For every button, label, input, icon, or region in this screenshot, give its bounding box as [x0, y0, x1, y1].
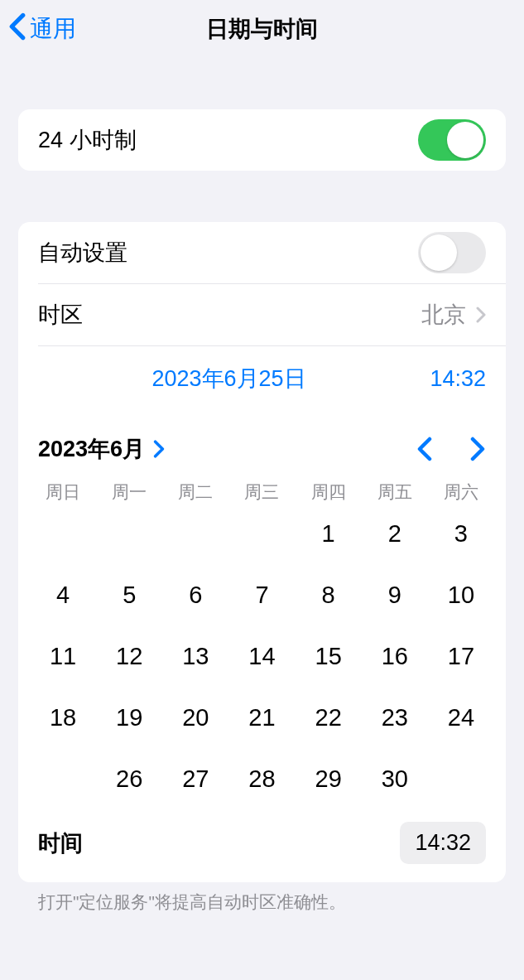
calendar-day[interactable]: 4 [30, 570, 96, 620]
calendar-day[interactable]: 30 [362, 754, 428, 804]
calendar-day[interactable]: 1 [296, 509, 362, 558]
timezone-label: 时区 [38, 300, 83, 330]
calendar-day[interactable]: 23 [362, 693, 428, 742]
timezone-row[interactable]: 时区 北京 [18, 284, 506, 345]
calendar-day[interactable]: 17 [428, 631, 494, 681]
calendar-day[interactable]: 28 [228, 754, 295, 804]
page-title: 日期与时间 [206, 14, 318, 44]
calendar-day[interactable]: 27 [162, 754, 228, 804]
calendar-day[interactable]: 3 [428, 509, 494, 558]
month-picker-button[interactable] [153, 440, 165, 458]
weekday-label: 周日 [30, 480, 96, 504]
weekday-label: 周一 [96, 480, 162, 504]
auto-set-switch[interactable] [418, 232, 486, 273]
calendar-month-title: 2023年6月 [38, 434, 145, 464]
next-month-button[interactable] [469, 437, 486, 461]
weekday-label: 周六 [428, 480, 494, 504]
calendar-day[interactable]: 11 [30, 631, 96, 681]
back-label: 通用 [30, 13, 76, 45]
calendar-day[interactable]: 18 [30, 693, 96, 742]
calendar-day[interactable]: 2 [362, 509, 428, 558]
date-picker-button[interactable]: 2023年6月25日 [71, 364, 387, 393]
weekday-label: 周五 [362, 480, 428, 504]
calendar-day[interactable]: 13 [162, 631, 228, 681]
calendar-day[interactable]: 7 [228, 570, 295, 620]
twentyfour-hour-row: 24 小时制 [18, 109, 506, 171]
calendar-day[interactable]: 20 [162, 693, 228, 742]
switch-knob [447, 122, 483, 158]
calendar-day[interactable]: 16 [362, 631, 428, 681]
calendar-day[interactable]: 26 [96, 754, 162, 804]
calendar-day[interactable]: 29 [296, 754, 362, 804]
weekday-label: 周二 [162, 480, 228, 504]
twentyfour-hour-switch[interactable] [418, 119, 486, 161]
chevron-left-icon [8, 12, 30, 46]
calendar-day[interactable]: 9 [362, 570, 428, 620]
switch-knob [421, 234, 457, 271]
chevron-right-icon [476, 307, 486, 323]
calendar-day[interactable]: 24 [428, 693, 494, 742]
back-button[interactable]: 通用 [8, 12, 76, 46]
prev-month-button[interactable] [416, 437, 433, 461]
calendar-day[interactable]: 22 [296, 693, 362, 742]
calendar-day[interactable]: 25 [30, 754, 96, 804]
calendar-day[interactable]: 14 [228, 631, 295, 681]
twentyfour-hour-label: 24 小时制 [38, 125, 137, 155]
calendar-day[interactable]: 5 [96, 570, 162, 620]
calendar-day[interactable]: 12 [96, 631, 162, 681]
calendar-day[interactable]: 6 [162, 570, 228, 620]
calendar-day[interactable]: 15 [296, 631, 362, 681]
time-picker-button[interactable]: 14:32 [387, 366, 486, 392]
calendar-day[interactable]: 10 [428, 570, 494, 620]
time-label: 时间 [38, 828, 83, 858]
timezone-value: 北京 [421, 300, 466, 330]
auto-set-row: 自动设置 [18, 222, 506, 283]
calendar-day[interactable]: 8 [296, 570, 362, 620]
weekday-label: 周四 [296, 480, 362, 504]
weekday-label: 周三 [228, 480, 295, 504]
footnote-text: 打开"定位服务"将提高自动时区准确性。 [18, 882, 506, 914]
calendar-day[interactable]: 21 [228, 693, 295, 742]
auto-set-label: 自动设置 [38, 238, 127, 268]
time-pill-button[interactable]: 14:32 [400, 822, 486, 864]
calendar-day[interactable]: 19 [96, 693, 162, 742]
